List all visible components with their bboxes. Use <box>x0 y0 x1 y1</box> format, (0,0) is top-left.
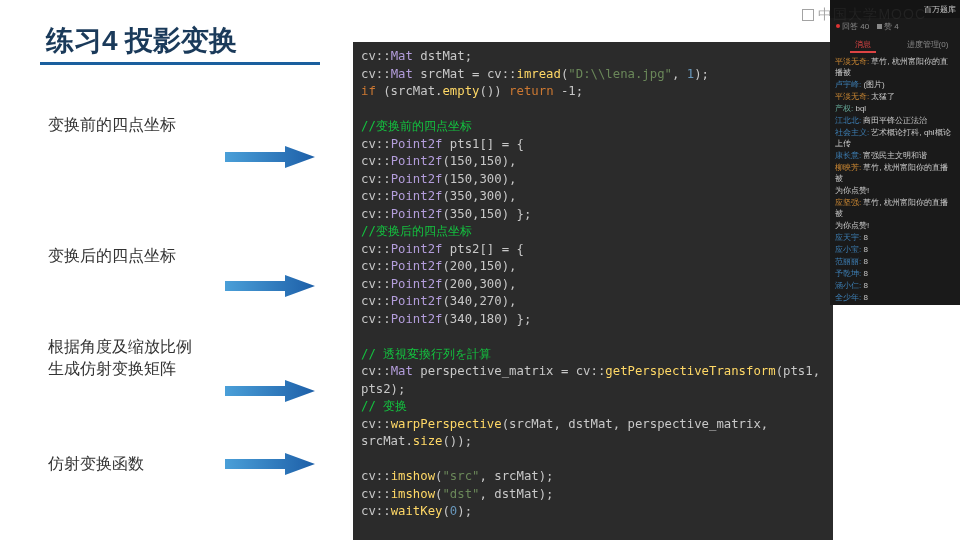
chat-line: 柳映芳: 草竹, 杭州富阳你的直播被 <box>835 162 955 184</box>
tab-progress[interactable]: 进度管理(0) <box>895 39 960 50</box>
logo-box-icon <box>802 9 814 21</box>
note-function: 仿射变换函数 <box>48 454 144 475</box>
slide-title: 练习4 投影变换 <box>46 22 237 60</box>
chat-line: 应坚强: 草竹, 杭州富阳你的直播被 <box>835 197 955 219</box>
sidebar-tabs: 消息 进度管理(0) <box>830 34 960 54</box>
svg-marker-2 <box>225 380 315 402</box>
chat-line: 全少年: 8 <box>835 292 955 303</box>
thumb-icon <box>877 24 882 29</box>
live-chat-sidebar: 百万题库 回答 40 赞 4 消息 进度管理(0) 平淡无奇: 草竹, 杭州富阳… <box>830 0 960 305</box>
header-label: 百万题库 <box>924 4 956 15</box>
note-before-points: 变换前的四点坐标 <box>48 115 176 136</box>
record-icon <box>836 24 840 28</box>
svg-marker-0 <box>225 146 315 168</box>
svg-marker-3 <box>225 453 315 475</box>
chat-line: 草妹妹: 草竹, 杭州富阳你的直播被 <box>835 304 955 305</box>
chat-line: 江北北: 商田平锋公正法治 <box>835 115 955 126</box>
chat-line: 予乾坤: 8 <box>835 268 955 279</box>
chat-line: 康长意: 富强民主文明和谐 <box>835 150 955 161</box>
arrow-icon <box>225 453 315 475</box>
slide-notes-area: 练习4 投影变换 变换前的四点坐标 变换后的四点坐标 根据角度及缩放比例 生成仿… <box>0 0 353 540</box>
tab-messages[interactable]: 消息 <box>830 39 895 50</box>
svg-marker-1 <box>225 275 315 297</box>
arrow-icon <box>225 380 315 402</box>
code-editor-panel: cv::Mat dstMat; cv::Mat srcMat = cv::imr… <box>353 42 833 540</box>
chat-line: 产权: bql <box>835 103 955 114</box>
chat-line: 平淡无奇: 草竹, 杭州富阳你的直播被 <box>835 56 955 78</box>
chat-line: 为你点赞! <box>835 185 955 196</box>
title-underline <box>40 62 320 65</box>
chat-message-list: 平淡无奇: 草竹, 杭州富阳你的直播被卢宇峰: (图片)平淡无奇: 太猛了产权:… <box>830 54 960 305</box>
chat-line: 应天宇: 8 <box>835 232 955 243</box>
chat-line: 平淡无奇: 太猛了 <box>835 91 955 102</box>
chat-line: 涵小仁: 8 <box>835 280 955 291</box>
note-matrix: 根据角度及缩放比例 生成仿射变换矩阵 <box>48 336 192 380</box>
chat-line: 社会主义: 艺术概论打科, qhl概论上传 <box>835 127 955 149</box>
chat-line: 为你点赞! <box>835 220 955 231</box>
chat-line: 范丽丽: 8 <box>835 256 955 267</box>
watermark-logo: 中国大学MOOC <box>802 6 926 24</box>
arrow-icon <box>225 275 315 297</box>
arrow-icon <box>225 146 315 168</box>
chat-line: 应小宝: 8 <box>835 244 955 255</box>
chat-line: 卢宇峰: (图片) <box>835 79 955 90</box>
note-after-points: 变换后的四点坐标 <box>48 246 176 267</box>
